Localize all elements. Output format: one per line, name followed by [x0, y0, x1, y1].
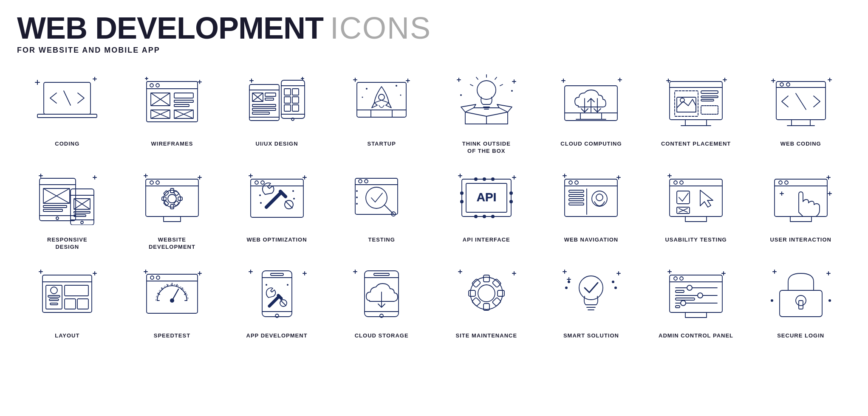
icon-app-development-label: APP DEVELOPMENT [246, 332, 308, 340]
svg-point-34 [291, 118, 294, 121]
icon-content-placement: CONTENT PLACEMENT [646, 67, 746, 155]
svg-point-80 [511, 90, 513, 92]
svg-rect-99 [685, 120, 707, 126]
svg-point-196 [474, 177, 478, 181]
svg-rect-11 [147, 82, 198, 122]
icon-responsive-design: RESPONSIVEDESIGN [17, 163, 118, 251]
svg-rect-20 [174, 104, 189, 107]
svg-rect-40 [292, 105, 299, 111]
icon-testing: TESTING [331, 163, 432, 251]
svg-point-179 [366, 187, 387, 208]
svg-line-267 [181, 288, 183, 290]
icon-smart-solution-label: SMART SOLUTION [563, 332, 619, 340]
icon-testing-label: TESTING [368, 236, 395, 244]
svg-rect-150 [164, 216, 181, 222]
svg-rect-106 [701, 99, 714, 101]
svg-point-171 [259, 194, 261, 196]
icon-cloud-storage: CLOUD STORAGE [331, 259, 432, 340]
svg-point-222 [680, 181, 683, 184]
icon-web-coding-label: WEB CODING [780, 141, 821, 148]
svg-point-249 [51, 287, 57, 294]
svg-rect-219 [670, 179, 722, 216]
svg-rect-337 [676, 298, 695, 300]
svg-rect-250 [48, 295, 60, 297]
svg-rect-303 [472, 278, 481, 287]
title-bold: WEB DEVELOPMENT [17, 13, 323, 43]
svg-point-232 [779, 181, 782, 184]
icon-cloud-computing: CLOUD COMPUTING [541, 67, 642, 155]
svg-point-347 [771, 299, 773, 302]
svg-point-115 [786, 83, 790, 86]
icon-app-development: APP DEVELOPMENT [226, 259, 327, 340]
svg-rect-257 [147, 274, 198, 313]
svg-rect-37 [284, 97, 291, 103]
icon-website-development-label: WEBSITEDEVELOPMENT [149, 236, 195, 251]
icon-ui-ux: UI/UX DESIGN [226, 67, 327, 155]
svg-rect-291 [374, 273, 389, 275]
svg-line-282 [281, 301, 286, 306]
svg-point-298 [478, 285, 495, 302]
svg-rect-343 [780, 290, 822, 317]
svg-point-168 [261, 181, 264, 184]
svg-point-260 [156, 276, 160, 279]
icon-wireframes-label: WIREFRAMES [151, 141, 193, 148]
svg-point-103 [680, 98, 684, 102]
svg-point-335 [681, 301, 686, 306]
svg-rect-345 [799, 301, 803, 309]
svg-rect-160 [174, 200, 179, 206]
svg-point-14 [156, 84, 159, 87]
svg-rect-139 [74, 211, 90, 213]
svg-point-311 [579, 276, 603, 300]
svg-point-199 [474, 215, 478, 218]
icon-coding-label: CODING [55, 141, 79, 148]
svg-rect-135 [43, 209, 62, 211]
svg-point-201 [491, 215, 495, 218]
svg-point-198 [491, 177, 495, 181]
icon-speedtest: SPEEDTEST [122, 259, 223, 340]
icon-speedtest-label: SPEEDTEST [154, 332, 190, 340]
svg-rect-302 [498, 290, 504, 296]
svg-point-148 [156, 181, 159, 184]
svg-point-233 [785, 181, 788, 184]
svg-point-317 [612, 281, 614, 283]
svg-point-182 [356, 190, 358, 192]
icon-startup-label: STARTUP [367, 141, 396, 148]
svg-point-333 [698, 293, 703, 298]
icon-content-placement-label: CONTENT PLACEMENT [661, 141, 731, 148]
svg-point-130 [81, 221, 83, 224]
svg-rect-280 [271, 273, 283, 275]
icon-usability-testing: USABILITY TESTING [646, 163, 746, 251]
icon-ui-ux-label: UI/UX DESIGN [256, 141, 298, 148]
svg-point-173 [292, 190, 294, 192]
svg-point-327 [674, 277, 677, 280]
svg-rect-104 [701, 91, 718, 93]
title-light: ICONS [330, 13, 431, 43]
svg-line-76 [500, 84, 503, 86]
svg-point-126 [56, 217, 59, 219]
svg-point-216 [596, 194, 603, 201]
svg-point-284 [287, 284, 288, 286]
icon-user-interaction-label: USER INTERACTION [770, 236, 831, 244]
header: WEB DEVELOPMENT ICONS FOR WEBSITE AND MO… [17, 13, 851, 55]
svg-rect-213 [569, 203, 584, 205]
svg-point-194 [509, 191, 513, 195]
svg-rect-246 [65, 285, 88, 296]
svg-rect-145 [146, 179, 198, 216]
svg-point-62 [366, 88, 368, 90]
svg-line-78 [470, 84, 473, 86]
svg-point-177 [359, 180, 362, 183]
svg-rect-223 [685, 216, 707, 222]
svg-rect-105 [701, 96, 718, 98]
icon-site-maintenance-label: SITE MAINTENANCE [456, 332, 517, 340]
icon-coding: CODING [17, 67, 118, 155]
icon-smart-solution: SMART SOLUTION [541, 259, 642, 340]
svg-point-200 [483, 215, 486, 218]
icon-think-outside-label: THINK OUTSIDEOF THE BOX [462, 141, 511, 155]
svg-point-184 [356, 203, 358, 205]
icon-web-optimization-label: WEB OPTIMIZATION [246, 236, 307, 244]
icon-user-interaction: USER INTERACTION [750, 163, 851, 251]
svg-rect-210 [569, 190, 584, 192]
icon-responsive-design-label: RESPONSIVEDESIGN [47, 236, 88, 251]
svg-rect-48 [265, 98, 274, 100]
svg-rect-211 [569, 194, 584, 197]
